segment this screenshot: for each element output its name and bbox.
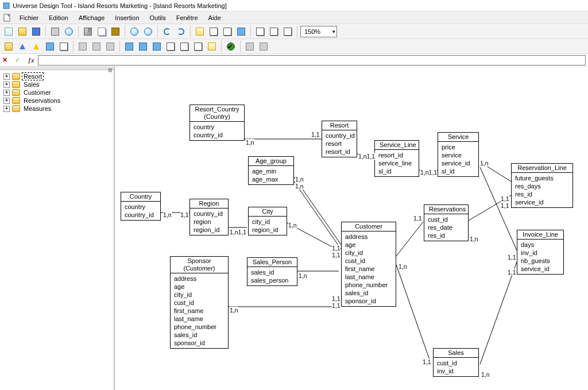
check-button[interactable] bbox=[221, 25, 234, 38]
menu-fenetre[interactable]: Fenêtre bbox=[172, 13, 203, 22]
view1-button[interactable] bbox=[254, 25, 266, 38]
show-joins-button[interactable] bbox=[123, 40, 136, 53]
filter-button[interactable] bbox=[16, 40, 29, 53]
context-button[interactable] bbox=[150, 40, 163, 53]
insert-detail-button[interactable] bbox=[90, 40, 103, 53]
print-button[interactable] bbox=[49, 25, 61, 38]
redo-button[interactable] bbox=[175, 25, 187, 38]
grey-btn-2[interactable] bbox=[257, 40, 270, 53]
wizard-button[interactable] bbox=[194, 25, 206, 38]
menu-edition[interactable]: Edition bbox=[44, 13, 73, 22]
zoom-value: 150% bbox=[304, 28, 320, 35]
lov-button[interactable] bbox=[206, 40, 218, 53]
menu-affichage[interactable]: Affichage bbox=[74, 13, 110, 22]
condition-button[interactable] bbox=[30, 40, 42, 53]
derived-button[interactable] bbox=[178, 40, 191, 53]
chevron-down-icon: ▾ bbox=[332, 29, 335, 34]
view2-button[interactable] bbox=[268, 25, 280, 38]
fx-icon: ƒx bbox=[28, 57, 34, 64]
zoom-combo[interactable]: 150% ▾ bbox=[300, 26, 337, 37]
undo-button[interactable] bbox=[161, 25, 173, 38]
paste-button[interactable] bbox=[109, 25, 122, 38]
toolbar-editing: ✔ bbox=[0, 39, 588, 54]
universe-button[interactable] bbox=[235, 25, 247, 38]
find-button[interactable] bbox=[128, 25, 141, 38]
app-icon bbox=[2, 2, 10, 10]
print-preview-button[interactable] bbox=[63, 25, 75, 38]
formula-bar: ✕ ✓ ƒx bbox=[0, 54, 588, 67]
table-button[interactable] bbox=[57, 40, 70, 53]
loops-button[interactable] bbox=[137, 40, 149, 53]
find-next-button[interactable] bbox=[142, 25, 154, 38]
titlebar: Universe Design Tool - Island Resorts Ma… bbox=[0, 0, 588, 11]
hierarchy-button[interactable] bbox=[192, 40, 204, 53]
insert-class-button[interactable] bbox=[2, 40, 15, 53]
menu-fichier[interactable]: Fichier bbox=[15, 13, 43, 22]
save-button[interactable] bbox=[30, 25, 42, 38]
file-icon bbox=[3, 14, 11, 22]
check-integrity-button[interactable]: ✔ bbox=[225, 40, 237, 53]
params-button[interactable] bbox=[207, 25, 220, 38]
svg-rect-0 bbox=[3, 3, 9, 9]
alias-button[interactable] bbox=[164, 40, 177, 53]
menubar: Fichier Edition Affichage Insertion Outi… bbox=[0, 11, 588, 24]
cut-button[interactable] bbox=[82, 25, 94, 38]
new-button[interactable] bbox=[2, 25, 15, 38]
menu-aide[interactable]: Aide bbox=[204, 13, 226, 22]
menu-insertion[interactable]: Insertion bbox=[110, 13, 144, 22]
insert-object-button[interactable] bbox=[76, 40, 89, 53]
insert-measure-button[interactable] bbox=[104, 40, 117, 53]
formula-input[interactable] bbox=[38, 55, 586, 65]
menu-outils[interactable]: Outils bbox=[145, 13, 171, 22]
copy-button[interactable] bbox=[95, 25, 108, 38]
toolbar-main: 150% ▾ bbox=[0, 24, 588, 39]
refresh-button[interactable] bbox=[44, 40, 56, 53]
accept-formula-button[interactable]: ✓ bbox=[15, 56, 24, 64]
window-title: Universe Design Tool - Island Resorts Ma… bbox=[13, 2, 227, 9]
cancel-formula-button[interactable]: ✕ bbox=[2, 56, 11, 64]
grey-btn-1[interactable] bbox=[243, 40, 256, 53]
open-button[interactable] bbox=[16, 25, 29, 38]
arrange-button[interactable] bbox=[281, 25, 294, 38]
